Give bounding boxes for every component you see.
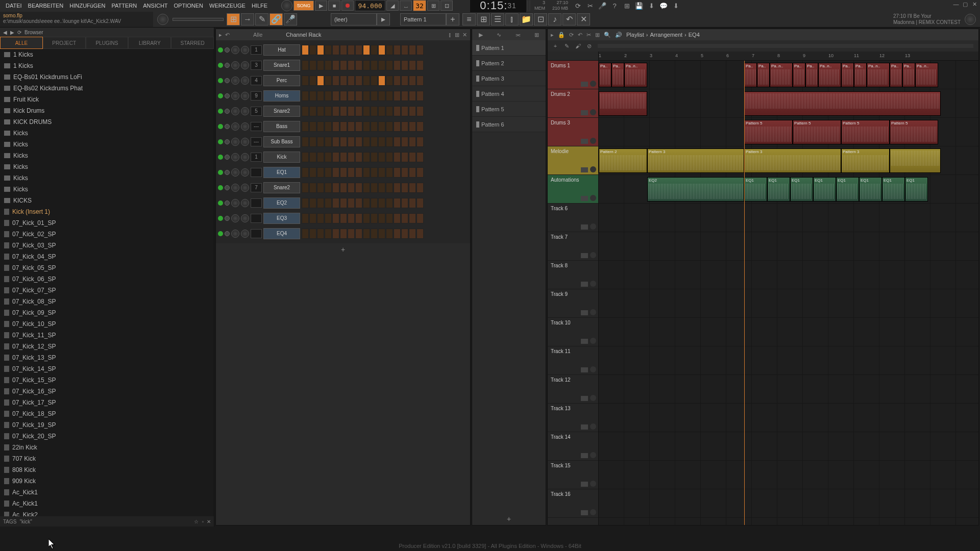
step-button[interactable] xyxy=(401,76,408,86)
view-undo-button[interactable]: ↶ xyxy=(562,13,576,26)
browser-file-item[interactable]: 07_Kick_12_SP xyxy=(0,341,214,352)
step-button[interactable] xyxy=(309,213,316,223)
track-row[interactable] xyxy=(599,89,978,118)
step-button[interactable] xyxy=(386,198,393,208)
channel-led[interactable] xyxy=(218,216,223,221)
step-button[interactable] xyxy=(401,60,408,70)
channel-led[interactable] xyxy=(218,231,223,236)
track-solo-button[interactable] xyxy=(590,309,596,315)
step-button[interactable] xyxy=(317,137,324,147)
step-button[interactable] xyxy=(325,45,332,55)
track-solo-button[interactable] xyxy=(590,166,596,172)
channel-mute[interactable] xyxy=(225,170,230,175)
step-button[interactable] xyxy=(325,229,332,239)
menu-ansicht[interactable]: ANSICHT xyxy=(140,2,170,10)
browser-folder-item[interactable]: Kicks xyxy=(0,161,214,172)
playlist-clip[interactable] xyxy=(744,91,941,116)
browser-file-item[interactable]: 808 Kick xyxy=(0,464,214,475)
pattern-add-button[interactable]: + xyxy=(472,513,546,525)
track-solo-button[interactable] xyxy=(590,195,596,201)
song-mode-button[interactable]: SONG xyxy=(293,1,314,11)
playlist-clip[interactable]: EQ1 xyxy=(836,177,859,202)
step-button[interactable] xyxy=(401,106,408,116)
playlist-clip[interactable]: Pa.. xyxy=(841,63,854,87)
browser-back-icon[interactable]: ◀ xyxy=(3,30,7,35)
playlist-clip[interactable]: Pa.. xyxy=(854,63,867,87)
step-button[interactable] xyxy=(363,60,370,70)
snap-next[interactable]: ▸ xyxy=(377,13,390,26)
track-label[interactable]: Track 6 xyxy=(548,204,598,232)
step-button[interactable] xyxy=(363,183,370,193)
step-button[interactable] xyxy=(348,137,355,147)
channel-pan-knob[interactable] xyxy=(231,184,239,192)
step-button[interactable] xyxy=(416,60,424,70)
step-button[interactable] xyxy=(317,106,324,116)
step-button[interactable] xyxy=(409,152,416,162)
play-button[interactable]: ▶ xyxy=(315,1,327,11)
browser-folder-item[interactable]: Kicks xyxy=(0,184,214,195)
step-button[interactable] xyxy=(416,45,424,55)
browser-tab-library[interactable]: LIBRARY xyxy=(128,37,171,49)
main-volume-knob[interactable] xyxy=(281,0,292,11)
channel-mute[interactable] xyxy=(225,109,230,114)
step-button[interactable] xyxy=(409,91,416,101)
step-button[interactable] xyxy=(386,229,393,239)
step-button[interactable] xyxy=(325,91,332,101)
step-button[interactable] xyxy=(317,91,324,101)
track-row[interactable]: Pattern 5Pattern 5Pattern 5Pattern 5 xyxy=(599,118,978,146)
step-button[interactable] xyxy=(317,229,324,239)
step-button[interactable] xyxy=(325,106,332,116)
browser-folder-item[interactable]: 1 Kicks xyxy=(0,60,214,71)
step-button[interactable] xyxy=(317,183,324,193)
track-row[interactable]: Pa..Pa..Pa..n..Pa..Pa..Pa..n..Pa..Pa..Pa… xyxy=(599,61,978,89)
playlist-clip[interactable]: EQ1 xyxy=(882,177,905,202)
tool-arrow[interactable]: → xyxy=(241,13,254,26)
track-label[interactable]: Track 8 xyxy=(548,261,598,289)
step-button[interactable] xyxy=(409,60,416,70)
step-button[interactable] xyxy=(348,167,355,178)
browser-file-item[interactable]: 07_Kick_05_SP xyxy=(0,262,214,273)
step-button[interactable] xyxy=(394,91,401,101)
track-row[interactable] xyxy=(599,461,978,489)
step-button[interactable] xyxy=(401,121,408,132)
channel-mixer-track[interactable]: 9 xyxy=(251,91,262,101)
track-mute-icon[interactable] xyxy=(581,482,588,487)
step-button[interactable] xyxy=(325,213,332,223)
step-button[interactable] xyxy=(409,137,416,147)
step-button[interactable] xyxy=(363,152,370,162)
channel-name-button[interactable]: EQ3 xyxy=(263,213,300,224)
playlist-clip[interactable]: Pa.. xyxy=(805,63,818,87)
playlist-clip[interactable]: Pattern 5 xyxy=(890,120,938,144)
playlist-clip[interactable]: Pattern 2 xyxy=(599,148,647,173)
browser-file-item[interactable]: Ac_Kick1 xyxy=(0,498,214,509)
track-label[interactable]: Track 7 xyxy=(548,232,598,261)
channel-mute[interactable] xyxy=(225,93,230,98)
time-display[interactable]: 0:15:31 xyxy=(470,0,526,12)
step-button[interactable] xyxy=(355,45,362,55)
step-button[interactable] xyxy=(302,106,309,116)
stop-button[interactable]: ■ xyxy=(328,1,340,11)
playhead[interactable] xyxy=(744,61,745,525)
track-mute-icon[interactable] xyxy=(581,253,588,258)
playlist-clip[interactable]: EQ2 xyxy=(647,177,744,202)
playlist-clip[interactable]: Pa..n.. xyxy=(770,63,793,87)
browser-folder-item[interactable]: Kicks xyxy=(0,128,214,139)
channel-name-button[interactable]: Horns xyxy=(263,90,300,102)
channel-mixer-track[interactable]: 5 xyxy=(251,107,262,116)
track-mute-icon[interactable] xyxy=(581,282,588,287)
channel-name-button[interactable]: Sub Bass xyxy=(263,136,300,147)
loop-record-button[interactable]: ⊡ xyxy=(440,1,453,11)
channel-led[interactable] xyxy=(218,109,223,114)
channel-led[interactable] xyxy=(218,201,223,206)
step-button[interactable] xyxy=(355,183,362,193)
channel-led[interactable] xyxy=(218,170,223,175)
pattern-item[interactable]: Pattern 3 xyxy=(472,71,546,86)
step-button[interactable] xyxy=(317,45,324,55)
channel-pan-knob[interactable] xyxy=(231,214,239,222)
step-button[interactable] xyxy=(348,91,355,101)
step-divisor[interactable]: 32 xyxy=(413,0,426,11)
render-icon[interactable]: ⬇ xyxy=(646,1,657,11)
step-button[interactable] xyxy=(302,152,309,162)
track-label[interactable]: Track 14 xyxy=(548,432,598,461)
step-button[interactable] xyxy=(416,106,424,116)
